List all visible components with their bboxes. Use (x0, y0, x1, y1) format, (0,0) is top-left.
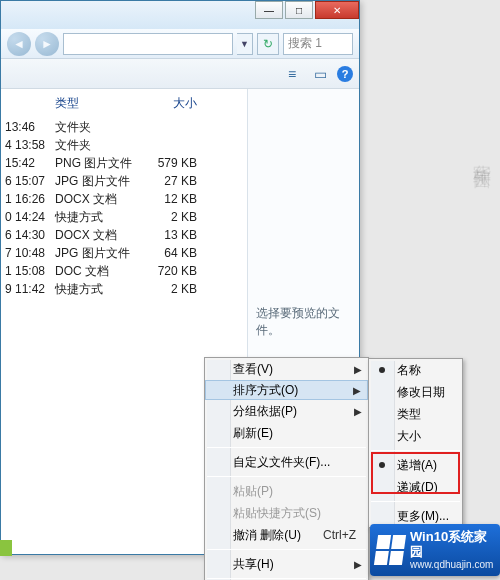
nav-bar: ◄ ► ▼ ↻ 搜索 1 (1, 29, 359, 59)
menu-shortcut: Ctrl+Z (323, 528, 356, 542)
cell-time: 6 15:07 (1, 174, 51, 188)
menu-item-view[interactable]: 查看(V)▶ (205, 358, 368, 380)
menu-separator (207, 447, 366, 448)
cell-time: 1 16:26 (1, 192, 51, 206)
menu-separator (207, 578, 366, 579)
menu-item-paste: 粘贴(P) (205, 480, 368, 502)
table-row[interactable]: 4 13:58文件夹 (1, 136, 247, 154)
radio-dot-icon (379, 367, 385, 373)
cell-type: 文件夹 (51, 137, 143, 154)
menu-item-paste-shortcut: 粘贴快捷方式(S) (205, 502, 368, 524)
menu-label: 递增(A) (397, 457, 437, 474)
column-headers[interactable]: 类型 大小 (1, 93, 247, 118)
watermark-text-block: Win10系统家园 www.qdhuajin.com (410, 530, 494, 570)
cell-time: 9 11:42 (1, 282, 51, 296)
back-button[interactable]: ◄ (7, 32, 31, 56)
table-row[interactable]: 15:42PNG 图片文件579 KB (1, 154, 247, 172)
table-row[interactable]: 6 15:07JPG 图片文件27 KB (1, 172, 247, 190)
refresh-button[interactable]: ↻ (257, 33, 279, 55)
maximize-button[interactable]: □ (285, 1, 313, 19)
menu-separator (371, 501, 460, 502)
menu-label: 查看(V) (233, 361, 273, 378)
cell-time: 6 14:30 (1, 228, 51, 242)
menu-item-undo[interactable]: 撤消 删除(U)Ctrl+Z (205, 524, 368, 546)
menu-label: 更多(M)... (397, 508, 449, 525)
context-menu: 查看(V)▶ 排序方式(O)▶ 分组依据(P)▶ 刷新(E) 自定义文件夹(F)… (204, 357, 369, 580)
sort-by-date[interactable]: 修改日期 (369, 381, 462, 403)
sort-by-name[interactable]: 名称 (369, 359, 462, 381)
cell-time: 4 13:58 (1, 138, 51, 152)
search-input[interactable]: 搜索 1 (283, 33, 353, 55)
cell-size: 64 KB (143, 246, 203, 260)
cell-size: 27 KB (143, 174, 203, 188)
menu-label: 名称 (397, 362, 421, 379)
menu-label: 粘贴(P) (233, 483, 273, 500)
close-button[interactable]: ✕ (315, 1, 359, 19)
menu-item-customize-folder[interactable]: 自定义文件夹(F)... (205, 451, 368, 473)
preview-pane-button[interactable]: ▭ (309, 64, 331, 84)
decorative-stripe (0, 540, 12, 556)
menu-label: 刷新(E) (233, 425, 273, 442)
menu-separator (207, 549, 366, 550)
submenu-arrow-icon: ▶ (354, 559, 362, 570)
menu-item-group[interactable]: 分组依据(P)▶ (205, 400, 368, 422)
sort-descending[interactable]: 递减(D) (369, 476, 462, 498)
sort-ascending[interactable]: 递增(A) (369, 454, 462, 476)
watermark-text: 华军软件园 (470, 150, 494, 160)
col-size[interactable]: 大小 (143, 95, 203, 112)
table-row[interactable]: 0 14:24快捷方式2 KB (1, 208, 247, 226)
sort-by-type[interactable]: 类型 (369, 403, 462, 425)
menu-label: 分组依据(P) (233, 403, 297, 420)
menu-label: 修改日期 (397, 384, 445, 401)
cell-time: 1 15:08 (1, 264, 51, 278)
table-row[interactable]: 1 16:26DOCX 文档12 KB (1, 190, 247, 208)
window-titlebar: — □ ✕ (1, 1, 359, 29)
menu-item-sort[interactable]: 排序方式(O)▶ (205, 380, 368, 400)
col-type[interactable]: 类型 (51, 95, 143, 112)
sort-by-size[interactable]: 大小 (369, 425, 462, 447)
cell-type: 快捷方式 (51, 281, 143, 298)
cell-size: 2 KB (143, 210, 203, 224)
cell-time: 13:46 (1, 120, 51, 134)
cell-type: 文件夹 (51, 119, 143, 136)
cell-time: 7 10:48 (1, 246, 51, 260)
file-rows: 13:46文件夹4 13:58文件夹15:42PNG 图片文件579 KB6 1… (1, 118, 247, 298)
cell-time: 15:42 (1, 156, 51, 170)
command-bar: ≡ ▭ ? (1, 59, 359, 89)
cell-type: DOCX 文档 (51, 227, 143, 244)
help-icon[interactable]: ? (337, 66, 353, 82)
table-row[interactable]: 7 10:48JPG 图片文件64 KB (1, 244, 247, 262)
watermark-title: Win10系统家园 (410, 530, 494, 559)
cell-type: 快捷方式 (51, 209, 143, 226)
windows-flag-icon (374, 535, 406, 565)
menu-item-refresh[interactable]: 刷新(E) (205, 422, 368, 444)
submenu-arrow-icon: ▶ (354, 364, 362, 375)
views-button[interactable]: ≡ (281, 64, 303, 84)
address-dropdown[interactable]: ▼ (237, 33, 253, 55)
cell-type: JPG 图片文件 (51, 173, 143, 190)
watermark-url: www.qdhuajin.com (410, 559, 494, 570)
table-row[interactable]: 13:46文件夹 (1, 118, 247, 136)
menu-item-share[interactable]: 共享(H)▶ (205, 553, 368, 575)
col-date[interactable] (1, 95, 51, 112)
address-bar[interactable] (63, 33, 233, 55)
table-row[interactable]: 1 15:08DOC 文档720 KB (1, 262, 247, 280)
submenu-arrow-icon: ▶ (354, 406, 362, 417)
preview-hint: 选择要预览的文件。 (256, 305, 351, 339)
cell-size: 579 KB (143, 156, 203, 170)
menu-label: 类型 (397, 406, 421, 423)
menu-label: 大小 (397, 428, 421, 445)
cell-type: JPG 图片文件 (51, 245, 143, 262)
menu-label: 撤消 删除(U) (233, 527, 301, 544)
menu-separator (207, 476, 366, 477)
menu-label: 粘贴快捷方式(S) (233, 505, 321, 522)
minimize-button[interactable]: — (255, 1, 283, 19)
cell-time: 0 14:24 (1, 210, 51, 224)
table-row[interactable]: 9 11:42快捷方式2 KB (1, 280, 247, 298)
menu-label: 递减(D) (397, 479, 438, 496)
cell-size: 720 KB (143, 264, 203, 278)
forward-button[interactable]: ► (35, 32, 59, 56)
table-row[interactable]: 6 14:30DOCX 文档13 KB (1, 226, 247, 244)
menu-separator (371, 450, 460, 451)
sort-submenu: 名称 修改日期 类型 大小 递增(A) 递减(D) 更多(M)... (368, 358, 463, 528)
